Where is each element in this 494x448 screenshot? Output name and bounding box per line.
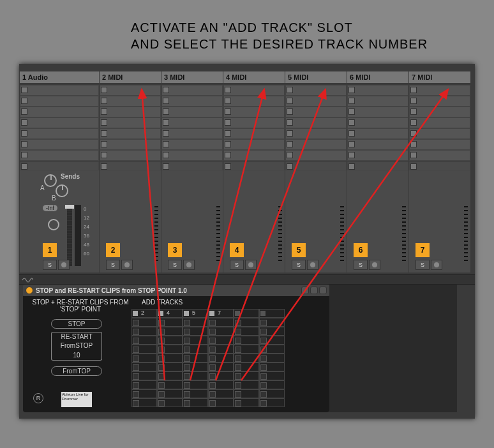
clip-slot[interactable] xyxy=(20,150,99,161)
track-status-slot[interactable] xyxy=(347,161,408,170)
track-header[interactable]: 4 MIDI xyxy=(223,71,285,83)
track-status-slot[interactable] xyxy=(100,161,161,170)
clip-slot[interactable] xyxy=(161,117,223,128)
add-track-cell[interactable] xyxy=(259,327,285,336)
track-activator-button[interactable]: 7 xyxy=(415,243,430,257)
track-activator-button[interactable]: 6 xyxy=(354,243,368,257)
add-track-cell[interactable] xyxy=(131,362,157,371)
add-track-cell[interactable] xyxy=(157,371,183,380)
add-track-cell[interactable] xyxy=(208,371,234,380)
volume-fader[interactable] xyxy=(67,205,72,266)
add-track-cell[interactable] xyxy=(131,389,157,398)
track-status-slot[interactable] xyxy=(409,161,470,170)
clip-slot[interactable] xyxy=(347,85,408,96)
add-track-slot-header[interactable] xyxy=(259,309,285,318)
track-activator-button[interactable]: 2 xyxy=(106,243,120,257)
add-track-cell[interactable] xyxy=(208,345,234,354)
add-track-cell[interactable] xyxy=(259,336,285,345)
add-track-cell[interactable] xyxy=(259,398,285,407)
clip-slot[interactable] xyxy=(223,117,285,128)
add-track-cell[interactable] xyxy=(234,318,259,327)
solo-button[interactable]: S xyxy=(168,260,182,270)
add-track-cell[interactable] xyxy=(157,327,183,336)
add-track-cell[interactable] xyxy=(208,327,234,336)
fromtop-button[interactable]: FromTOP xyxy=(51,366,102,376)
add-track-cell[interactable] xyxy=(157,380,183,389)
add-track-cell[interactable] xyxy=(157,336,183,345)
track-header[interactable]: 1 Audio xyxy=(20,71,99,83)
add-track-cell[interactable] xyxy=(234,380,259,389)
add-track-slot-header[interactable]: 5 xyxy=(183,309,208,318)
arm-button[interactable] xyxy=(369,260,380,270)
add-track-cell[interactable] xyxy=(234,398,259,407)
add-track-cell[interactable] xyxy=(183,336,208,345)
clip-slot[interactable] xyxy=(223,139,285,150)
clip-slot[interactable] xyxy=(409,96,470,107)
clip-slot[interactable] xyxy=(285,85,347,96)
add-track-slot-header[interactable]: 4 xyxy=(157,309,183,318)
device-power-icon[interactable] xyxy=(26,287,33,294)
clip-slot[interactable] xyxy=(20,117,99,128)
solo-button[interactable]: S xyxy=(354,260,368,270)
add-track-cell[interactable] xyxy=(183,398,208,407)
add-track-cell[interactable] xyxy=(208,336,234,345)
add-track-cell[interactable] xyxy=(208,318,234,327)
clip-slot[interactable] xyxy=(285,139,347,150)
add-track-slot-header[interactable] xyxy=(234,309,259,318)
clip-slot[interactable] xyxy=(20,96,99,107)
add-track-cell[interactable] xyxy=(259,380,285,389)
track-header[interactable]: 6 MIDI xyxy=(347,71,408,83)
add-track-cell[interactable] xyxy=(183,327,208,336)
clip-slot[interactable] xyxy=(161,107,223,117)
clip-slot[interactable] xyxy=(20,128,99,139)
track-activator-button[interactable]: 3 xyxy=(168,243,182,257)
add-track-cell[interactable] xyxy=(208,362,234,371)
arm-button[interactable] xyxy=(307,260,318,270)
track-header[interactable]: 2 MIDI xyxy=(100,71,161,83)
add-track-cell[interactable] xyxy=(259,389,285,398)
arm-button[interactable] xyxy=(183,260,195,270)
solo-button[interactable]: S xyxy=(415,260,430,270)
clip-slot[interactable] xyxy=(161,85,223,96)
clip-slot[interactable] xyxy=(20,85,99,96)
add-track-slot-header[interactable]: 7 xyxy=(208,309,234,318)
track-activator-button[interactable]: 1 xyxy=(43,243,57,257)
add-track-cell[interactable] xyxy=(183,371,208,380)
add-track-cell[interactable] xyxy=(131,327,157,336)
stop-button[interactable]: STOP xyxy=(51,319,102,329)
clip-slot[interactable] xyxy=(347,107,408,117)
track-activator-button[interactable]: 4 xyxy=(230,243,244,257)
add-track-cell[interactable] xyxy=(208,354,234,362)
add-track-cell[interactable] xyxy=(208,398,234,407)
track-header[interactable]: 5 MIDI xyxy=(285,71,347,83)
clip-slot[interactable] xyxy=(285,128,347,139)
track-activator-button[interactable]: 5 xyxy=(292,243,306,257)
arm-button[interactable] xyxy=(121,260,133,270)
track-status-slot[interactable] xyxy=(285,161,347,170)
clip-slot[interactable] xyxy=(100,150,161,161)
arm-button[interactable] xyxy=(245,260,257,270)
solo-button[interactable]: S xyxy=(230,260,244,270)
device-collapse-icon[interactable] xyxy=(301,287,309,294)
clip-slot[interactable] xyxy=(223,85,285,96)
add-track-cell[interactable] xyxy=(157,318,183,327)
solo-button[interactable]: S xyxy=(106,260,120,270)
track-status-slot[interactable] xyxy=(223,161,285,170)
add-track-cell[interactable] xyxy=(157,354,183,362)
add-track-cell[interactable] xyxy=(157,389,183,398)
add-track-cell[interactable] xyxy=(234,389,259,398)
device-save-icon[interactable] xyxy=(310,287,318,294)
clip-slot[interactable] xyxy=(223,128,285,139)
clip-slot[interactable] xyxy=(161,96,223,107)
clip-slot[interactable] xyxy=(100,85,161,96)
add-track-cell[interactable] xyxy=(183,389,208,398)
track-header[interactable]: 3 MIDI xyxy=(161,71,223,83)
add-track-cell[interactable] xyxy=(234,345,259,354)
add-track-cell[interactable] xyxy=(157,345,183,354)
clip-slot[interactable] xyxy=(100,139,161,150)
add-track-cell[interactable] xyxy=(157,398,183,407)
clip-slot[interactable] xyxy=(223,150,285,161)
add-track-cell[interactable] xyxy=(131,380,157,389)
add-track-cell[interactable] xyxy=(131,318,157,327)
clip-slot[interactable] xyxy=(409,150,470,161)
